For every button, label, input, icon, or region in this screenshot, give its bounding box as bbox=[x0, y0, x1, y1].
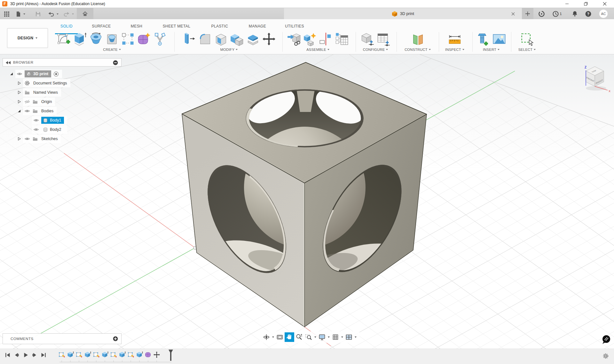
playback-step-forward-button[interactable] bbox=[31, 352, 38, 358]
group-label-select[interactable]: SELECT bbox=[518, 48, 536, 51]
nav-viewports-caret[interactable] bbox=[354, 332, 358, 342]
extensions-icon[interactable] bbox=[537, 10, 546, 18]
nav-zoom-window-caret[interactable] bbox=[313, 332, 317, 342]
construction-plane-icon[interactable] bbox=[411, 32, 425, 46]
new-tab-button[interactable] bbox=[522, 8, 533, 20]
ribbon-tab-mesh[interactable]: MESH bbox=[125, 22, 148, 30]
ribbon-tab-utilities[interactable]: UTILITIES bbox=[279, 22, 310, 30]
insert-fastener-icon[interactable] bbox=[476, 32, 491, 46]
timeline-feature-sketch-5[interactable] bbox=[93, 351, 100, 359]
extrude-icon[interactable] bbox=[73, 32, 87, 46]
generative-design-icon[interactable] bbox=[153, 32, 167, 46]
group-label-create[interactable]: CREATE bbox=[103, 48, 121, 51]
nav-display-settings-button[interactable] bbox=[317, 332, 327, 342]
model-canvas[interactable] bbox=[0, 54, 614, 349]
select-icon[interactable] bbox=[520, 32, 534, 46]
fillet-icon[interactable] bbox=[198, 32, 212, 46]
pattern-icon[interactable] bbox=[121, 32, 135, 46]
timeline-feature-extrude-10[interactable] bbox=[136, 351, 143, 359]
hole-icon[interactable] bbox=[105, 32, 119, 46]
move-icon[interactable] bbox=[262, 32, 276, 46]
ribbon-tab-surface[interactable]: SURFACE bbox=[83, 22, 120, 30]
nav-grid-settings-button[interactable] bbox=[331, 332, 340, 342]
tree-arrow-collapsed[interactable] bbox=[17, 137, 22, 141]
nav-display-settings-caret[interactable] bbox=[327, 332, 331, 342]
ribbon-tab-solid[interactable]: SOLID bbox=[54, 22, 79, 30]
file-menu-caret[interactable] bbox=[22, 11, 26, 18]
tree-arrow-collapsed[interactable] bbox=[17, 100, 22, 104]
add-comment-icon[interactable] bbox=[113, 336, 118, 341]
notification-bell-icon[interactable] bbox=[571, 10, 579, 18]
viewport-3d[interactable]: BROWSER 3D printDocument SettingsNamed V… bbox=[0, 54, 614, 349]
timeline-feature-sketch-9[interactable] bbox=[127, 351, 134, 359]
canvas-icon[interactable] bbox=[492, 32, 507, 46]
document-tab[interactable]: 3D print bbox=[284, 8, 522, 20]
timeline-feature-move-12[interactable] bbox=[153, 351, 160, 359]
ribbon-tab-plastic[interactable]: PLASTIC bbox=[205, 22, 235, 30]
joint-icon[interactable] bbox=[319, 32, 333, 46]
nav-orbit-button[interactable] bbox=[262, 332, 271, 342]
shell-icon[interactable] bbox=[214, 32, 228, 46]
timeline-position-marker[interactable] bbox=[168, 350, 174, 362]
app-grid-icon[interactable] bbox=[3, 11, 10, 18]
playback-go-to-start-button[interactable] bbox=[4, 352, 11, 358]
new-component-icon[interactable] bbox=[303, 32, 317, 46]
browser-item-named-views[interactable]: Named Views bbox=[17, 88, 61, 97]
timeline-feature-sketch-7[interactable] bbox=[110, 351, 117, 359]
press-pull-icon[interactable] bbox=[182, 32, 196, 46]
group-label-assemble[interactable]: ASSEMBLE bbox=[306, 48, 329, 51]
nav-zoom-button[interactable] bbox=[294, 332, 304, 342]
playback-go-to-end-button[interactable] bbox=[40, 352, 47, 358]
comments-bar[interactable]: COMMENTS bbox=[3, 333, 122, 344]
help-icon[interactable]: ? bbox=[584, 10, 592, 18]
parts-list-icon[interactable] bbox=[335, 32, 349, 46]
create-form-icon[interactable] bbox=[137, 32, 151, 46]
timeline-feature-sketch-3[interactable] bbox=[75, 351, 83, 359]
user-avatar[interactable]: AC bbox=[599, 10, 608, 18]
timeline-feature-extrude-8[interactable] bbox=[119, 351, 126, 359]
nav-pan-button[interactable] bbox=[285, 332, 294, 342]
combine-icon[interactable] bbox=[230, 32, 244, 46]
workspace-selector[interactable]: DESIGN bbox=[7, 28, 48, 48]
nav-zoom-window-button[interactable] bbox=[304, 332, 313, 342]
redo-icon[interactable] bbox=[63, 11, 70, 18]
home-view-button[interactable] bbox=[77, 8, 93, 20]
browser-item-bodies[interactable]: Bodies bbox=[17, 107, 57, 115]
insert-derive-icon[interactable] bbox=[287, 32, 301, 46]
nav-grid-settings-caret[interactable] bbox=[340, 332, 344, 342]
body-node-chip[interactable]: Body2 bbox=[41, 126, 64, 133]
timeline-feature-extrude-6[interactable] bbox=[101, 351, 108, 359]
model-body1[interactable] bbox=[182, 62, 427, 327]
body-node-chip[interactable]: Body1 bbox=[41, 117, 64, 124]
close-button[interactable] bbox=[595, 0, 614, 8]
group-label-insert[interactable]: INSERT bbox=[483, 48, 500, 51]
browser-item-document-settings[interactable]: Document Settings bbox=[17, 79, 70, 87]
timeline-feature-extrude-4[interactable] bbox=[84, 351, 91, 359]
ribbon-tab-manage[interactable]: MANAGE bbox=[239, 22, 276, 30]
file-menu-icon[interactable] bbox=[15, 11, 22, 18]
undo-caret[interactable] bbox=[56, 11, 59, 18]
timeline-settings-gear-icon[interactable] bbox=[602, 353, 609, 360]
feedback-bubble-icon[interactable] bbox=[602, 335, 611, 344]
browser-header[interactable]: BROWSER bbox=[3, 58, 122, 67]
redo-caret[interactable] bbox=[71, 11, 75, 18]
view-cube[interactable]: TOP FRONT RIGHT Z X bbox=[576, 57, 614, 94]
browser-item-body2[interactable]: Body2 bbox=[26, 125, 67, 134]
ribbon-tab-sheet-metal[interactable]: SHEET METAL bbox=[152, 22, 201, 30]
group-label-inspect[interactable]: INSPECT bbox=[445, 48, 464, 51]
minimize-button[interactable] bbox=[557, 0, 576, 8]
configuration-icon[interactable] bbox=[360, 32, 375, 46]
revolve-icon[interactable] bbox=[89, 32, 103, 46]
timeline-feature-extrude-2[interactable] bbox=[67, 351, 74, 359]
nav-viewports-button[interactable] bbox=[344, 332, 354, 342]
save-icon[interactable] bbox=[35, 11, 42, 18]
playback-play-button[interactable] bbox=[22, 352, 29, 358]
collapse-panel-icon[interactable] bbox=[6, 61, 11, 64]
tree-arrow-expanded[interactable] bbox=[9, 72, 14, 76]
undo-icon[interactable] bbox=[48, 11, 55, 18]
root-node-chip[interactable]: 3D print bbox=[25, 70, 51, 77]
tree-arrow-collapsed[interactable] bbox=[17, 81, 22, 85]
maximize-button[interactable] bbox=[576, 0, 595, 8]
tree-arrow-expanded[interactable] bbox=[17, 109, 22, 113]
nav-look-at-button[interactable] bbox=[275, 332, 285, 342]
